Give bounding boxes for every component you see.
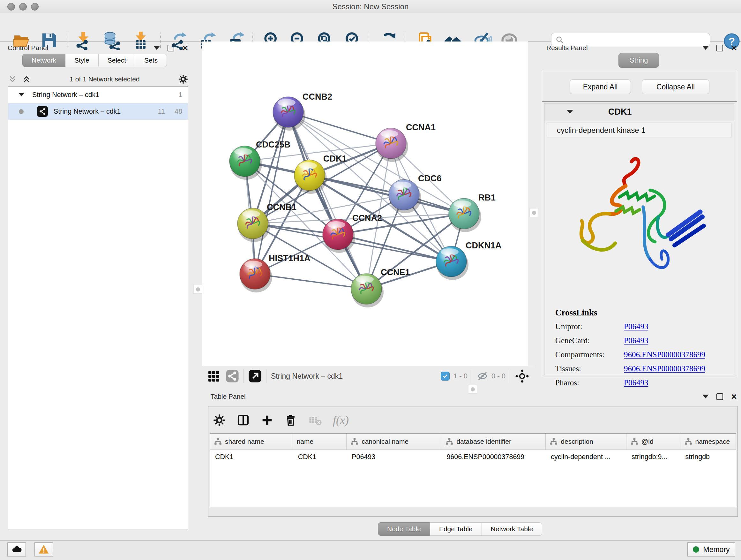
column-header-name[interactable]: name [293,434,347,449]
cloud-button[interactable] [7,543,26,557]
birdseye-toggle-icon[interactable] [248,369,262,383]
network-node-CDC25B[interactable] [229,146,262,180]
tab-style[interactable]: Style [65,54,98,67]
table-tabs: Node TableEdge TableNetwork Table [378,522,542,536]
network-row[interactable]: String Network – cdk1 11 48 [8,103,188,120]
table-cell[interactable]: 9606.ENSP00000378699 [441,453,546,461]
network-collection-row[interactable]: String Network – cdk1 1 [8,86,188,103]
warnings-button[interactable] [35,543,53,557]
network-options-gear-icon[interactable] [178,74,188,84]
memory-button[interactable]: Memory [687,543,735,557]
table-row[interactable]: CDK1CDK1P064939606.ENSP00000378699cyclin… [210,450,736,464]
tab-edge-table[interactable]: Edge Table [430,522,482,536]
crosslink-row: GeneCard:P06493 [555,336,728,345]
close-panel-icon[interactable]: ✕ [731,394,737,399]
tab-select[interactable]: Select [98,54,135,67]
panel-menu-icon[interactable] [702,395,709,398]
string-network-icon [37,106,48,117]
control-panel-tabs: NetworkStyleSelectSets [22,54,167,67]
crosslink-tissues-[interactable]: 9606.ENSP00000378699 [624,364,705,373]
expand-all-chevron-icon[interactable] [22,74,31,84]
crosslink-genecard-[interactable]: P06493 [624,336,648,345]
table-cell[interactable]: stringdb [680,453,736,461]
panel-menu-icon[interactable] [702,46,709,50]
network-node-CDKN1A[interactable] [436,246,468,280]
show-columns-icon[interactable] [237,414,250,427]
search-input[interactable] [567,36,710,44]
network-node-CCNA1[interactable] [376,128,408,162]
network-edge-CCNB2-HIST1H1A[interactable] [255,112,288,274]
crosslink-label: Compartments: [555,350,624,359]
control-panel-title: Control Panel [8,44,48,52]
network-node-CDC6[interactable] [389,179,421,213]
current-network-bullet-icon [19,109,23,114]
expand-all-button[interactable]: Expand All [569,79,631,94]
crosslink-uniprot-[interactable]: P06493 [624,322,648,331]
column-header-canonical-name[interactable]: canonical name [347,434,441,449]
column-header-shared-name[interactable]: shared name [210,434,293,449]
selected-checkbox-icon[interactable] [441,372,450,381]
crosslink-label: Uniprot: [555,322,624,331]
table-options-gear-icon[interactable] [213,414,226,427]
string-view-icon[interactable] [226,369,239,383]
tab-string[interactable]: String [618,53,659,68]
network-selection-summary: 1 of 1 Network selected [31,75,178,83]
memory-label: Memory [703,545,730,554]
collection-network-count: 1 [179,91,182,99]
float-panel-icon[interactable] [167,45,174,51]
column-header-description[interactable]: description [546,434,626,449]
network-node-HIST1H1A[interactable] [240,259,272,293]
create-column-plus-icon[interactable] [261,414,273,427]
column-header--id[interactable]: @id [626,434,680,449]
network-node-CDK1[interactable] [294,160,327,194]
protein-section: CDK1 cyclin-dependent kinase 1 [544,103,734,375]
close-panel-icon[interactable]: ✕ [731,45,737,51]
node-label-CDK1: CDK1 [323,154,347,164]
delete-table-icon[interactable] [308,413,322,427]
column-header-namespace[interactable]: namespace [680,434,736,449]
left-splitter-handle[interactable] [193,285,202,294]
right-splitter-handle[interactable] [529,208,538,217]
tab-network[interactable]: Network [22,54,65,67]
panel-menu-icon[interactable] [153,46,160,50]
hidden-elements-icon [477,370,488,382]
collection-expand-icon[interactable] [19,93,24,97]
hidden-node-edge-count: 0 - 0 [491,372,506,380]
network-node-count: 11 [158,108,165,116]
column-tree-icon [445,438,454,445]
collapse-all-button[interactable]: Collapse All [642,79,710,94]
function-builder-icon[interactable]: f(x) [333,414,349,427]
title-bar: Session: New Session [0,0,741,13]
network-canvas[interactable]: CCNB2CCNA1CDC25BCDK1CDC6RB1CCNB1CCNA2CDK… [202,42,528,366]
collapse-all-chevron-icon[interactable] [8,74,17,84]
network-view-toolbar: String Network – cdk1 1 - 0 0 - 0 [202,366,534,386]
network-graph[interactable]: CCNB2CCNA1CDC25BCDK1CDC6RB1CCNB1CCNA2CDK… [202,42,528,366]
horizontal-splitter-handle[interactable] [468,385,477,394]
statusbar-separator [244,369,244,383]
network-node-RB1[interactable] [449,198,481,232]
crosslink-pharos-[interactable]: P06493 [624,378,648,387]
grid-view-icon[interactable] [207,370,220,382]
table-cell[interactable]: stringdb:9... [626,453,680,461]
column-header-database-identifier[interactable]: database identifier [441,434,546,449]
fit-selected-crosshair-icon[interactable] [515,369,529,383]
float-panel-icon[interactable] [717,45,723,51]
table-cell[interactable]: CDK1 [293,453,347,461]
float-panel-icon[interactable] [717,393,723,400]
network-node-CCNA2[interactable] [323,219,355,253]
table-cell[interactable]: CDK1 [210,453,293,461]
table-cell[interactable]: P06493 [347,453,441,461]
network-tree: String Network – cdk1 1 String Network –… [8,86,188,530]
close-panel-icon[interactable]: ✕ [182,45,188,51]
node-label-CCNB1: CCNB1 [267,202,296,212]
column-header-label: @id [642,438,654,445]
tab-node-table[interactable]: Node Table [378,522,430,536]
tab-sets[interactable]: Sets [135,54,167,67]
delete-column-trash-icon[interactable] [284,414,297,427]
table-cell[interactable]: cyclin-dependent ... [546,453,626,461]
column-header-label: canonical name [361,438,408,445]
tab-network-table[interactable]: Network Table [482,522,542,536]
crosslink-compartments-[interactable]: 9606.ENSP00000378699 [624,350,705,359]
network-node-CCNB2[interactable] [273,97,306,131]
node-label-CDKN1A: CDKN1A [466,241,502,250]
